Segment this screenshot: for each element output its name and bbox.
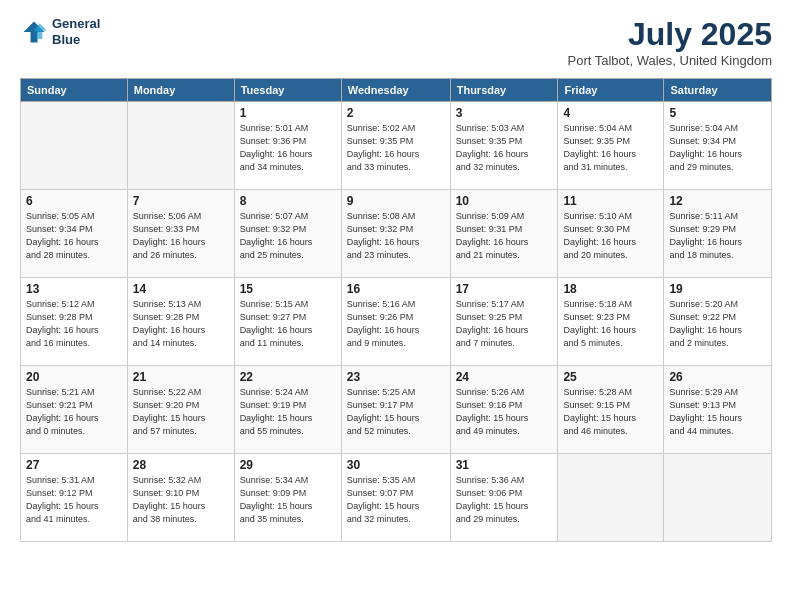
day-info: Sunrise: 5:15 AM Sunset: 9:27 PM Dayligh… bbox=[240, 298, 336, 350]
day-number: 29 bbox=[240, 458, 336, 472]
day-info: Sunrise: 5:03 AM Sunset: 9:35 PM Dayligh… bbox=[456, 122, 553, 174]
calendar-cell bbox=[558, 454, 664, 542]
calendar-cell: 9Sunrise: 5:08 AM Sunset: 9:32 PM Daylig… bbox=[341, 190, 450, 278]
day-info: Sunrise: 5:35 AM Sunset: 9:07 PM Dayligh… bbox=[347, 474, 445, 526]
calendar-week-row: 20Sunrise: 5:21 AM Sunset: 9:21 PM Dayli… bbox=[21, 366, 772, 454]
calendar-cell bbox=[127, 102, 234, 190]
logo-icon bbox=[20, 18, 48, 46]
weekday-header: Tuesday bbox=[234, 79, 341, 102]
calendar-cell: 25Sunrise: 5:28 AM Sunset: 9:15 PM Dayli… bbox=[558, 366, 664, 454]
calendar-cell: 28Sunrise: 5:32 AM Sunset: 9:10 PM Dayli… bbox=[127, 454, 234, 542]
calendar-cell: 21Sunrise: 5:22 AM Sunset: 9:20 PM Dayli… bbox=[127, 366, 234, 454]
day-info: Sunrise: 5:16 AM Sunset: 9:26 PM Dayligh… bbox=[347, 298, 445, 350]
calendar-cell: 3Sunrise: 5:03 AM Sunset: 9:35 PM Daylig… bbox=[450, 102, 558, 190]
calendar-cell: 17Sunrise: 5:17 AM Sunset: 9:25 PM Dayli… bbox=[450, 278, 558, 366]
day-number: 25 bbox=[563, 370, 658, 384]
day-number: 9 bbox=[347, 194, 445, 208]
weekday-header: Friday bbox=[558, 79, 664, 102]
day-number: 14 bbox=[133, 282, 229, 296]
weekday-header: Monday bbox=[127, 79, 234, 102]
calendar-cell: 18Sunrise: 5:18 AM Sunset: 9:23 PM Dayli… bbox=[558, 278, 664, 366]
calendar-cell: 23Sunrise: 5:25 AM Sunset: 9:17 PM Dayli… bbox=[341, 366, 450, 454]
month-title: July 2025 bbox=[568, 16, 773, 53]
calendar-header-row: SundayMondayTuesdayWednesdayThursdayFrid… bbox=[21, 79, 772, 102]
day-info: Sunrise: 5:13 AM Sunset: 9:28 PM Dayligh… bbox=[133, 298, 229, 350]
day-number: 5 bbox=[669, 106, 766, 120]
day-info: Sunrise: 5:17 AM Sunset: 9:25 PM Dayligh… bbox=[456, 298, 553, 350]
day-number: 3 bbox=[456, 106, 553, 120]
day-info: Sunrise: 5:36 AM Sunset: 9:06 PM Dayligh… bbox=[456, 474, 553, 526]
calendar-week-row: 6Sunrise: 5:05 AM Sunset: 9:34 PM Daylig… bbox=[21, 190, 772, 278]
calendar-cell: 8Sunrise: 5:07 AM Sunset: 9:32 PM Daylig… bbox=[234, 190, 341, 278]
day-number: 7 bbox=[133, 194, 229, 208]
day-info: Sunrise: 5:06 AM Sunset: 9:33 PM Dayligh… bbox=[133, 210, 229, 262]
day-number: 31 bbox=[456, 458, 553, 472]
calendar-table: SundayMondayTuesdayWednesdayThursdayFrid… bbox=[20, 78, 772, 542]
calendar-cell: 6Sunrise: 5:05 AM Sunset: 9:34 PM Daylig… bbox=[21, 190, 128, 278]
calendar-cell: 20Sunrise: 5:21 AM Sunset: 9:21 PM Dayli… bbox=[21, 366, 128, 454]
calendar-cell: 14Sunrise: 5:13 AM Sunset: 9:28 PM Dayli… bbox=[127, 278, 234, 366]
day-number: 19 bbox=[669, 282, 766, 296]
day-info: Sunrise: 5:22 AM Sunset: 9:20 PM Dayligh… bbox=[133, 386, 229, 438]
day-info: Sunrise: 5:01 AM Sunset: 9:36 PM Dayligh… bbox=[240, 122, 336, 174]
weekday-header: Saturday bbox=[664, 79, 772, 102]
day-info: Sunrise: 5:08 AM Sunset: 9:32 PM Dayligh… bbox=[347, 210, 445, 262]
day-info: Sunrise: 5:28 AM Sunset: 9:15 PM Dayligh… bbox=[563, 386, 658, 438]
calendar-cell: 29Sunrise: 5:34 AM Sunset: 9:09 PM Dayli… bbox=[234, 454, 341, 542]
day-number: 2 bbox=[347, 106, 445, 120]
calendar-cell: 1Sunrise: 5:01 AM Sunset: 9:36 PM Daylig… bbox=[234, 102, 341, 190]
title-block: July 2025 Port Talbot, Wales, United Kin… bbox=[568, 16, 773, 68]
calendar-cell: 19Sunrise: 5:20 AM Sunset: 9:22 PM Dayli… bbox=[664, 278, 772, 366]
calendar-week-row: 13Sunrise: 5:12 AM Sunset: 9:28 PM Dayli… bbox=[21, 278, 772, 366]
day-info: Sunrise: 5:29 AM Sunset: 9:13 PM Dayligh… bbox=[669, 386, 766, 438]
day-number: 12 bbox=[669, 194, 766, 208]
header: General Blue July 2025 Port Talbot, Wale… bbox=[20, 16, 772, 68]
day-info: Sunrise: 5:02 AM Sunset: 9:35 PM Dayligh… bbox=[347, 122, 445, 174]
day-number: 17 bbox=[456, 282, 553, 296]
weekday-header: Sunday bbox=[21, 79, 128, 102]
day-number: 20 bbox=[26, 370, 122, 384]
calendar-cell: 31Sunrise: 5:36 AM Sunset: 9:06 PM Dayli… bbox=[450, 454, 558, 542]
day-number: 8 bbox=[240, 194, 336, 208]
logo: General Blue bbox=[20, 16, 100, 47]
calendar-cell: 24Sunrise: 5:26 AM Sunset: 9:16 PM Dayli… bbox=[450, 366, 558, 454]
day-info: Sunrise: 5:12 AM Sunset: 9:28 PM Dayligh… bbox=[26, 298, 122, 350]
day-number: 18 bbox=[563, 282, 658, 296]
calendar-cell: 16Sunrise: 5:16 AM Sunset: 9:26 PM Dayli… bbox=[341, 278, 450, 366]
day-info: Sunrise: 5:34 AM Sunset: 9:09 PM Dayligh… bbox=[240, 474, 336, 526]
day-number: 30 bbox=[347, 458, 445, 472]
day-number: 15 bbox=[240, 282, 336, 296]
calendar-cell: 30Sunrise: 5:35 AM Sunset: 9:07 PM Dayli… bbox=[341, 454, 450, 542]
day-info: Sunrise: 5:32 AM Sunset: 9:10 PM Dayligh… bbox=[133, 474, 229, 526]
page: General Blue July 2025 Port Talbot, Wale… bbox=[0, 0, 792, 612]
day-info: Sunrise: 5:18 AM Sunset: 9:23 PM Dayligh… bbox=[563, 298, 658, 350]
calendar-cell: 15Sunrise: 5:15 AM Sunset: 9:27 PM Dayli… bbox=[234, 278, 341, 366]
logo-text: General Blue bbox=[52, 16, 100, 47]
day-number: 1 bbox=[240, 106, 336, 120]
calendar-cell: 5Sunrise: 5:04 AM Sunset: 9:34 PM Daylig… bbox=[664, 102, 772, 190]
day-info: Sunrise: 5:07 AM Sunset: 9:32 PM Dayligh… bbox=[240, 210, 336, 262]
day-info: Sunrise: 5:05 AM Sunset: 9:34 PM Dayligh… bbox=[26, 210, 122, 262]
calendar-cell: 10Sunrise: 5:09 AM Sunset: 9:31 PM Dayli… bbox=[450, 190, 558, 278]
day-info: Sunrise: 5:24 AM Sunset: 9:19 PM Dayligh… bbox=[240, 386, 336, 438]
calendar-cell: 22Sunrise: 5:24 AM Sunset: 9:19 PM Dayli… bbox=[234, 366, 341, 454]
calendar-cell: 12Sunrise: 5:11 AM Sunset: 9:29 PM Dayli… bbox=[664, 190, 772, 278]
day-info: Sunrise: 5:21 AM Sunset: 9:21 PM Dayligh… bbox=[26, 386, 122, 438]
day-number: 13 bbox=[26, 282, 122, 296]
day-info: Sunrise: 5:26 AM Sunset: 9:16 PM Dayligh… bbox=[456, 386, 553, 438]
calendar-cell: 4Sunrise: 5:04 AM Sunset: 9:35 PM Daylig… bbox=[558, 102, 664, 190]
calendar-cell bbox=[664, 454, 772, 542]
day-info: Sunrise: 5:10 AM Sunset: 9:30 PM Dayligh… bbox=[563, 210, 658, 262]
calendar-cell: 13Sunrise: 5:12 AM Sunset: 9:28 PM Dayli… bbox=[21, 278, 128, 366]
day-number: 22 bbox=[240, 370, 336, 384]
day-number: 6 bbox=[26, 194, 122, 208]
day-number: 10 bbox=[456, 194, 553, 208]
day-number: 26 bbox=[669, 370, 766, 384]
day-info: Sunrise: 5:20 AM Sunset: 9:22 PM Dayligh… bbox=[669, 298, 766, 350]
calendar-cell: 11Sunrise: 5:10 AM Sunset: 9:30 PM Dayli… bbox=[558, 190, 664, 278]
day-number: 24 bbox=[456, 370, 553, 384]
day-number: 28 bbox=[133, 458, 229, 472]
calendar-week-row: 27Sunrise: 5:31 AM Sunset: 9:12 PM Dayli… bbox=[21, 454, 772, 542]
day-info: Sunrise: 5:25 AM Sunset: 9:17 PM Dayligh… bbox=[347, 386, 445, 438]
calendar-cell: 26Sunrise: 5:29 AM Sunset: 9:13 PM Dayli… bbox=[664, 366, 772, 454]
